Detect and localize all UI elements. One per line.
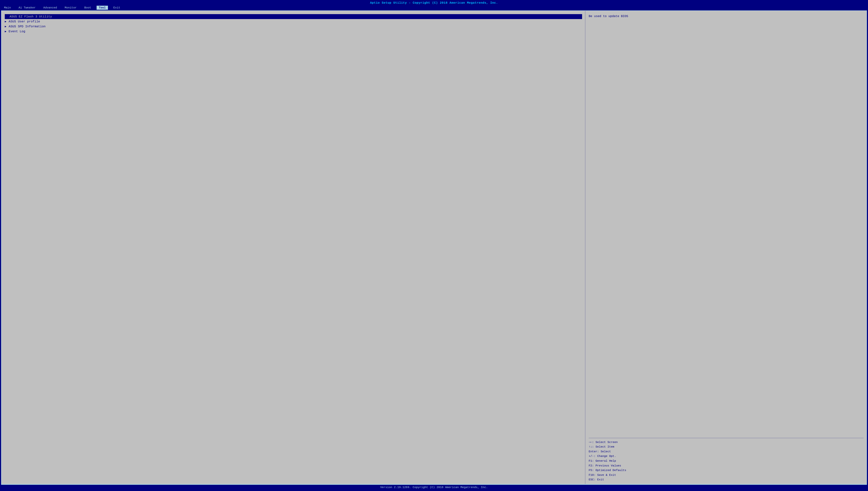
left-panel-entry-2[interactable]: ▶ASUS SPD Information [5,24,582,29]
key-help: →←: Select Screen↑↓: Select ItemEnter: S… [589,440,864,482]
right-panel: Be used to update BIOS →←: Select Screen… [586,11,867,484]
key-help-line-8: ESC: Exit [589,478,864,482]
menu-bar: MainAi TweakerAdvancedMonitorBootToolExi… [0,5,868,10]
menu-item-ai-tweaker[interactable]: Ai Tweaker [16,6,38,10]
key-help-line-5: F2: Previous Values [589,463,864,468]
footer-text: Version 2.19.1269. Copyright (C) 2018 Am… [380,486,488,489]
title-text: Aptio Setup Utility - Copyright (C) 2018… [370,1,498,5]
menu-item-main[interactable]: Main [2,6,13,10]
key-help-line-6: F5: Optimized Defaults [589,468,864,473]
menu-item-monitor[interactable]: Monitor [62,6,79,10]
left-panel-entry-3[interactable]: ▶Event Log [5,29,582,34]
key-help-divider [589,438,864,438]
menu-item-advanced[interactable]: Advanced [41,6,59,10]
menu-item-tool[interactable]: Tool [97,6,108,10]
entry-label: ASUS User profile [9,20,40,23]
key-help-line-1: ↑↓: Select Item [589,444,864,450]
left-panel-entry-1[interactable]: ▶ASUS User profile [5,19,582,24]
left-panel: ASUS EZ Flash 3 Utility▶ASUS User profil… [1,11,586,484]
footer: Version 2.19.1269. Copyright (C) 2018 Am… [1,484,867,490]
key-help-line-2: Enter: Select [589,450,864,454]
title-bar: Aptio Setup Utility - Copyright (C) 2018… [0,0,868,5]
entry-label: ASUS SPD Information [9,25,46,28]
key-help-line-7: F10: Save & Exit [589,473,864,478]
menu-item-exit[interactable]: Exit [111,6,122,10]
main-content: ASUS EZ Flash 3 Utility▶ASUS User profil… [1,10,867,484]
menu-item-boot[interactable]: Boot [82,6,93,10]
key-help-line-4: F1: General Help [589,459,864,463]
key-help-line-3: +/-: Change Opt. [589,454,864,459]
submenu-arrow-icon: ▶ [5,25,6,28]
left-panel-entry-0[interactable]: ASUS EZ Flash 3 Utility [5,14,582,19]
submenu-arrow-icon: ▶ [5,20,6,23]
key-help-line-0: →←: Select Screen [589,440,864,445]
description-area: Be used to update BIOS [589,14,864,436]
entry-label: Event Log [9,30,25,33]
entry-label: ASUS EZ Flash 3 Utility [9,15,52,18]
bottom-bar [0,490,868,491]
description-text: Be used to update BIOS [589,15,628,18]
submenu-arrow-icon: ▶ [5,30,6,33]
